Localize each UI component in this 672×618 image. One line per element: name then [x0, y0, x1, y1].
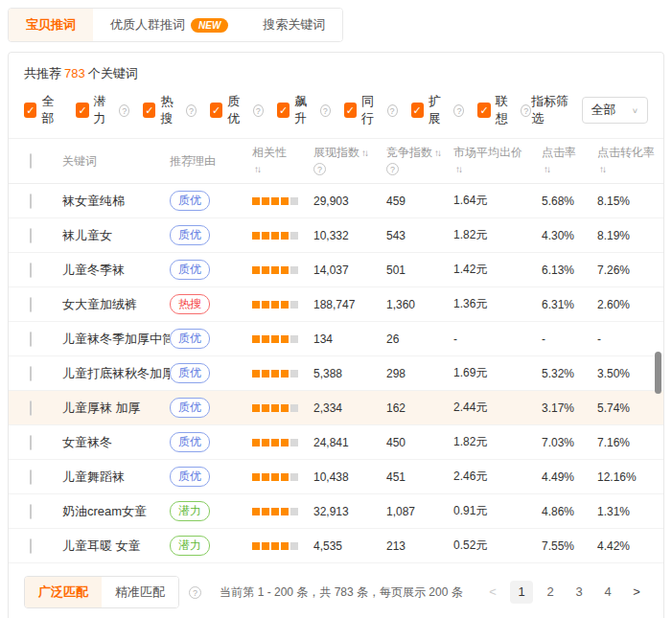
relevance-bars	[252, 266, 313, 274]
help-icon[interactable]: ?	[119, 104, 129, 117]
competition-cell: 451	[386, 470, 453, 484]
keyword-cell: 奶油cream女童	[62, 503, 170, 520]
checked-checkbox-icon[interactable]: ✓	[344, 103, 357, 118]
filter-option[interactable]: ✓质优?	[210, 93, 264, 127]
row-checkbox-cell	[9, 332, 62, 346]
checked-checkbox-icon[interactable]: ✓	[477, 103, 490, 118]
row-checkbox[interactable]	[30, 469, 32, 485]
filter-option[interactable]: ✓全部	[24, 93, 62, 127]
checked-checkbox-icon[interactable]: ✓	[143, 103, 155, 118]
tab-label: 搜索关键词	[263, 16, 325, 34]
keyword-count: 783	[64, 66, 85, 80]
reason-cell: 质优	[170, 191, 252, 211]
help-icon[interactable]: ?	[386, 163, 399, 175]
row-checkbox-cell	[9, 470, 62, 484]
scrollbar-thumb[interactable]	[655, 352, 661, 394]
page-number[interactable]: 4	[596, 581, 619, 604]
filter-option[interactable]: ✓同行?	[344, 93, 398, 127]
row-checkbox[interactable]	[30, 401, 32, 416]
filter-option[interactable]: ✓热搜?	[143, 93, 197, 127]
help-icon[interactable]: ?	[521, 104, 531, 117]
relevance-bar-segment	[271, 301, 279, 309]
sort-icon[interactable]: ↑↓	[254, 164, 260, 174]
filter-option[interactable]: ✓联想?	[477, 93, 531, 127]
reason-badge: 质优	[170, 363, 210, 383]
table-body: 袜女童纯棉质优29,9034591.64元5.68%8.15%袜儿童女质优10,…	[9, 184, 663, 563]
checked-checkbox-icon[interactable]: ✓	[210, 103, 222, 118]
column-header-label: 展现指数	[313, 146, 359, 159]
relevance-bars	[252, 197, 313, 205]
reason-badge: 质优	[170, 329, 210, 349]
cvr-cell: 2.60%	[597, 298, 663, 311]
help-icon[interactable]: ?	[320, 104, 331, 117]
page-number[interactable]: 2	[539, 581, 562, 604]
reason-cell: 质优	[170, 363, 252, 383]
relevance-bar-segment	[290, 542, 298, 550]
tab-item-1[interactable]: 宝贝推词	[9, 9, 93, 41]
relevance-bar-segment	[271, 404, 279, 412]
competition-cell: 1,360	[386, 298, 453, 311]
help-icon[interactable]: ?	[186, 104, 197, 117]
row-checkbox[interactable]	[30, 538, 32, 554]
competition-cell: 162	[386, 401, 453, 415]
impression-cell: 14,037	[313, 263, 386, 277]
row-checkbox[interactable]	[30, 228, 32, 243]
filter-option[interactable]: ✓潜力?	[76, 93, 129, 127]
match-mode-help-icon[interactable]: ?	[189, 586, 201, 599]
relevance-bar-segment	[281, 542, 289, 550]
relevance-bars	[252, 404, 313, 412]
help-icon[interactable]: ?	[387, 104, 398, 117]
prev-page-icon[interactable]: <	[481, 581, 504, 604]
ctr-cell: -	[542, 332, 597, 346]
sort-icon[interactable]: ↑↓	[599, 164, 605, 174]
metric-filter-select[interactable]: 全部 ∨	[582, 97, 648, 124]
cvr-cell: -	[597, 332, 663, 346]
row-checkbox[interactable]	[30, 263, 32, 278]
tab-item-2[interactable]: 优质人群推词NEW	[93, 9, 245, 41]
checked-checkbox-icon[interactable]: ✓	[76, 103, 88, 118]
cvr-cell: 4.42%	[597, 539, 663, 553]
relevance-cell	[252, 473, 313, 481]
competition-cell: 213	[386, 539, 453, 553]
row-checkbox[interactable]	[30, 297, 32, 312]
cvr-cell: 12.16%	[597, 470, 663, 484]
match-mode-button[interactable]: 广泛匹配	[25, 577, 102, 607]
ctr-cell: 5.68%	[542, 195, 597, 208]
sort-icon[interactable]: ↑↓	[361, 148, 367, 158]
match-mode-button[interactable]: 精准匹配	[102, 577, 178, 607]
help-icon[interactable]: ?	[453, 104, 464, 117]
help-icon[interactable]: ?	[313, 163, 326, 175]
checked-checkbox-icon[interactable]: ✓	[411, 103, 424, 118]
table-row: 儿童冬季袜质优14,0375011.42元6.13%7.26%	[9, 253, 663, 287]
next-page-icon[interactable]: >	[625, 581, 648, 604]
row-checkbox[interactable]	[30, 366, 32, 381]
column-header-label: 点击率	[542, 146, 576, 159]
sort-icon[interactable]: ↑↓	[434, 148, 440, 158]
price-cell: 1.69元	[453, 365, 542, 381]
relevance-bar-segment	[271, 266, 279, 274]
relevance-bar-segment	[281, 335, 289, 343]
row-checkbox[interactable]	[30, 194, 32, 209]
column-header: 点击转化率↑↓	[597, 139, 663, 183]
table-row: 儿童袜冬季加厚中筒质优13426---	[9, 322, 663, 356]
column-header-label: 市场平均出价	[453, 146, 522, 159]
checked-checkbox-icon[interactable]: ✓	[277, 103, 290, 118]
column-header-label: 相关性	[252, 146, 287, 159]
relevance-bar-segment	[271, 473, 279, 481]
ctr-cell: 5.32%	[542, 367, 597, 380]
sort-icon[interactable]: ↑↓	[544, 164, 549, 174]
tab-item-3[interactable]: 搜索关键词	[245, 9, 342, 41]
filter-option[interactable]: ✓扩展?	[411, 93, 465, 127]
page-number[interactable]: 3	[568, 581, 591, 604]
sort-icon[interactable]: ↑↓	[455, 164, 461, 174]
help-icon[interactable]: ?	[253, 104, 264, 117]
row-checkbox[interactable]	[30, 504, 32, 519]
checked-checkbox-icon[interactable]: ✓	[24, 103, 36, 118]
filter-option[interactable]: ✓飙升?	[277, 93, 331, 127]
relevance-bar-segment	[281, 232, 289, 240]
row-checkbox[interactable]	[30, 332, 32, 347]
row-checkbox[interactable]	[30, 435, 32, 450]
page-number[interactable]: 1	[510, 581, 533, 604]
select-all-checkbox[interactable]	[30, 153, 32, 169]
filter-option-label: 同行	[361, 93, 382, 127]
